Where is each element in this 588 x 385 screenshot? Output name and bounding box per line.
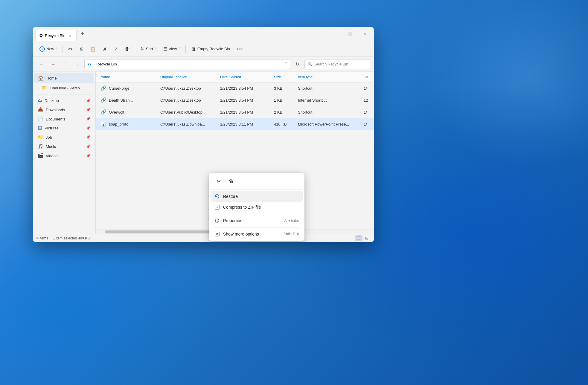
ctx-cut-button[interactable]: ✂ bbox=[213, 176, 224, 187]
videos-icon: 🎬 bbox=[38, 153, 43, 158]
sidebar-item-documents[interactable]: 📄 Documents 📌 bbox=[34, 114, 94, 123]
file-row-soap-proto[interactable]: 📊 soap_proto... C:\Users\lukas\Downloa..… bbox=[96, 118, 374, 130]
death-stranding-location: C:\Users\lukas\Desktop bbox=[160, 98, 201, 103]
minimize-button[interactable]: — bbox=[329, 29, 343, 39]
column-date-partial[interactable]: Da bbox=[364, 75, 369, 79]
refresh-button[interactable]: ↻ bbox=[293, 59, 302, 69]
ctx-more-options-item[interactable]: Show more options Shift+F10 bbox=[211, 229, 303, 239]
ctx-delete-button[interactable]: 🗑 bbox=[226, 176, 237, 187]
column-date-deleted[interactable]: Date Deleted bbox=[220, 75, 274, 79]
ctx-properties-item[interactable]: Properties Alt+Enter bbox=[211, 215, 303, 226]
recycle-bin-tab-label: Recycle Bin bbox=[45, 33, 65, 38]
ctx-restore-item[interactable]: Restore bbox=[211, 191, 303, 202]
close-tab-icon: ✕ bbox=[69, 34, 71, 37]
pictures-icon: 🖼 bbox=[38, 126, 42, 131]
curseforge-size: 3 KB bbox=[274, 86, 282, 91]
sidebar-videos-label: Videos bbox=[46, 154, 58, 158]
delete-button[interactable]: 🗑 bbox=[122, 45, 132, 54]
toolbar-separator-2 bbox=[135, 45, 135, 53]
copy-button[interactable]: ⎘ bbox=[77, 44, 86, 54]
new-chevron-icon: ˅ bbox=[56, 47, 57, 51]
file-row-death-stranding[interactable]: 🔗 Death Stran... C:\Users\lukas\Desktop … bbox=[96, 94, 374, 106]
death-stranding-date: 1/21/2023 8:54 PM bbox=[220, 98, 253, 103]
close-tab-button[interactable]: ✕ bbox=[67, 33, 73, 38]
recycle-bin-tab-icon: ♻ bbox=[39, 33, 43, 38]
sidebar-downloads-label: Downloads bbox=[46, 108, 65, 112]
sidebar-item-videos[interactable]: 🎬 Videos 📌 bbox=[34, 151, 94, 160]
toolbar: + New ˅ ✂ ⎘ 📋 A ↗ 🗑 ⇅ Sort ˅ ☰ bbox=[33, 41, 374, 57]
ctx-more-options-icon bbox=[214, 231, 220, 237]
grid-view-button[interactable]: ⊞ bbox=[363, 235, 370, 241]
column-name[interactable]: Name ↑ bbox=[100, 75, 160, 79]
soap-proto-da: 1/ bbox=[364, 122, 367, 126]
sort-button[interactable]: ⇅ Sort ˅ bbox=[138, 45, 159, 54]
sidebar-item-onedrive[interactable]: › 📁 OneDrive - Perso... bbox=[34, 83, 94, 92]
pin-pictures-icon: 📌 bbox=[86, 126, 91, 130]
death-stranding-da: 12 bbox=[364, 98, 368, 103]
minimize-icon: — bbox=[334, 32, 338, 36]
new-button[interactable]: + New ˅ bbox=[36, 45, 60, 54]
ctx-properties-shortcut: Alt+Enter bbox=[284, 219, 299, 223]
sidebar-expand-icon: › bbox=[38, 86, 39, 90]
recycle-bin-tab[interactable]: ♻ Recycle Bin ✕ bbox=[35, 30, 77, 41]
list-view-button[interactable]: ☰ bbox=[355, 235, 362, 241]
file-row-overwolf[interactable]: 🔗 Overwolf C:\Users\Public\Desktop 1/21/… bbox=[96, 106, 374, 118]
column-size[interactable]: Size bbox=[274, 75, 298, 79]
sidebar-item-desktop[interactable]: 🗂 Desktop 📌 bbox=[34, 96, 94, 105]
ctx-divider-2 bbox=[213, 227, 300, 227]
status-bar: 4 items 1 item selected 409 KB ☰ ⊞ bbox=[33, 234, 374, 242]
window-close-button[interactable]: ✕ bbox=[358, 29, 371, 39]
overwolf-date: 1/21/2023 8:54 PM bbox=[220, 110, 253, 114]
rename-icon: A bbox=[103, 46, 106, 51]
scrollbar-thumb[interactable] bbox=[105, 230, 224, 233]
curseforge-date: 1/21/2023 8:54 PM bbox=[220, 86, 253, 91]
sidebar-item-downloads[interactable]: 📥 Downloads 📌 bbox=[34, 105, 94, 114]
maximize-button[interactable]: ⬜ bbox=[343, 29, 357, 39]
more-options-button[interactable]: ••• bbox=[234, 45, 246, 53]
sidebar-music-label: Music bbox=[46, 144, 56, 149]
cut-button[interactable]: ✂ bbox=[65, 44, 76, 54]
empty-recycle-bin-label: Empty Recycle Bin bbox=[197, 47, 230, 51]
forward-button[interactable]: → bbox=[48, 59, 58, 69]
ctx-compress-item[interactable]: Compress to ZIP file bbox=[211, 202, 303, 213]
search-box[interactable]: 🔍 Search Recycle Bin bbox=[304, 59, 370, 69]
sidebar-item-home[interactable]: 🏠 Home bbox=[34, 73, 94, 83]
view-button[interactable]: ☰ View ˅ bbox=[160, 45, 183, 54]
sidebar-item-pictures[interactable]: 🖼 Pictures 📌 bbox=[34, 124, 94, 132]
address-bar-row: ← → ˅ ↑ ♻ › Recycle Bin ˅ ↻ 🔍 Search Rec… bbox=[33, 57, 374, 72]
home-icon: 🏠 bbox=[38, 75, 44, 81]
context-menu: ✂ 🗑 Restore Compres bbox=[209, 173, 304, 241]
new-tab-icon: + bbox=[81, 31, 84, 37]
toolbar-separator-1 bbox=[63, 45, 63, 53]
column-size-label: Size bbox=[274, 75, 281, 79]
cut-icon: ✂ bbox=[68, 46, 73, 52]
window-close-icon: ✕ bbox=[363, 32, 366, 36]
back-button[interactable]: ← bbox=[36, 59, 46, 69]
rename-button[interactable]: A bbox=[100, 45, 109, 53]
address-expand-icon[interactable]: ˅ bbox=[285, 62, 287, 66]
empty-recycle-bin-button[interactable]: 🗑 Empty Recycle Bin bbox=[188, 45, 233, 54]
paste-button[interactable]: 📋 bbox=[87, 44, 99, 54]
column-item-type[interactable]: Item type bbox=[298, 75, 364, 79]
documents-icon: 📄 bbox=[38, 116, 43, 122]
ctx-properties-label: Properties bbox=[223, 218, 281, 223]
expand-nav-button[interactable]: ˅ bbox=[60, 59, 70, 69]
share-button[interactable]: ↗ bbox=[111, 44, 121, 54]
new-tab-button[interactable]: + bbox=[78, 29, 87, 39]
address-recycle-icon: ♻ bbox=[88, 62, 92, 67]
sidebar-item-job[interactable]: 📁 Job 📌 bbox=[34, 133, 94, 142]
sidebar-pictures-label: Pictures bbox=[45, 126, 59, 130]
column-original-location[interactable]: Original Location bbox=[160, 75, 220, 79]
music-icon: 🎵 bbox=[38, 144, 43, 149]
ctx-restore-label: Restore bbox=[223, 194, 299, 199]
pin-documents-icon: 📌 bbox=[86, 117, 91, 121]
view-icon: ☰ bbox=[163, 46, 167, 52]
file-row-curseforge[interactable]: 🔗 CurseForge C:\Users\lukas\Desktop 1/21… bbox=[96, 82, 374, 94]
window-controls: — ⬜ ✕ bbox=[329, 29, 371, 39]
view-mode-buttons: ☰ ⊞ bbox=[355, 235, 370, 241]
ctx-cut-icon: ✂ bbox=[217, 178, 221, 185]
address-bar[interactable]: ♻ › Recycle Bin ˅ bbox=[84, 59, 290, 69]
sidebar-item-music[interactable]: 🎵 Music 📌 bbox=[34, 142, 94, 151]
downloads-icon: 📥 bbox=[38, 107, 43, 112]
up-button[interactable]: ↑ bbox=[72, 59, 82, 69]
